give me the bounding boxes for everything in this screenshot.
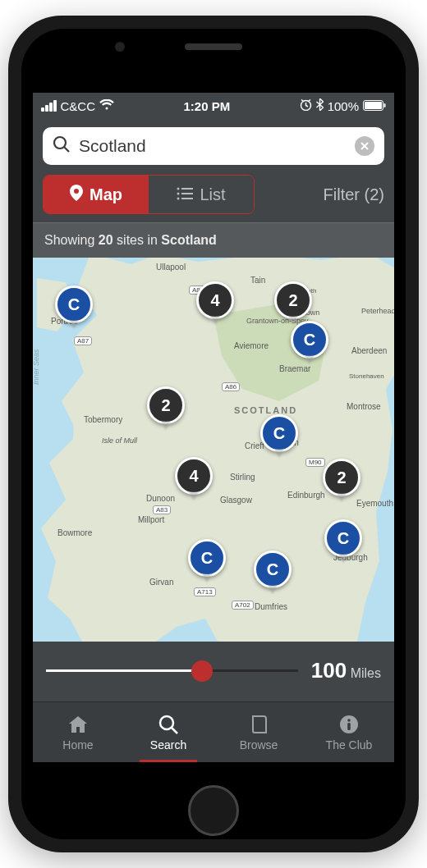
map-label-montrose: Montrose <box>347 402 381 411</box>
results-prefix: Showing <box>44 233 99 247</box>
map-label-crieff: Crieff <box>245 441 264 450</box>
road-a87: A87 <box>74 336 92 345</box>
road-a83: A83 <box>153 505 171 514</box>
slider-thumb[interactable] <box>191 660 213 682</box>
tab-list-label: List <box>200 185 225 204</box>
carrier-label: C&CC <box>61 99 96 113</box>
slider-fill <box>46 669 202 672</box>
map-label-bowmore: Bowmore <box>57 528 92 537</box>
search-bar-wrap <box>33 119 394 171</box>
svg-point-9 <box>177 197 180 199</box>
svg-point-11 <box>160 716 173 729</box>
map-pin-3[interactable]: 2 <box>274 281 312 319</box>
nav-home[interactable]: Home <box>33 702 123 762</box>
map-view[interactable]: SCOTLAND Ullapool Tain Portree Grantown-… <box>33 258 394 642</box>
map-label-glasgow: Glasgow <box>220 496 252 505</box>
view-tabs-row: Map List Filter (2) <box>33 171 394 222</box>
bottom-nav: Home Search Browse The Club <box>33 701 394 762</box>
svg-rect-10 <box>181 198 193 199</box>
map-pin-4[interactable]: C <box>291 321 328 359</box>
map-label-inner-seas: Inner Seas <box>33 349 40 385</box>
map-label-eyemouth: Eyemouth <box>356 499 393 508</box>
bluetooth-icon <box>316 98 324 113</box>
road-m90: M90 <box>305 458 325 467</box>
tab-list[interactable]: List <box>149 176 254 213</box>
radius-value: 100 <box>311 658 347 683</box>
svg-rect-6 <box>181 188 193 190</box>
home-icon <box>67 714 89 735</box>
tab-map[interactable]: Map <box>44 176 149 213</box>
map-label-dumfries: Dumfries <box>255 602 287 611</box>
list-icon <box>177 185 193 204</box>
map-label-edinburgh: Edinburgh <box>287 491 325 500</box>
alarm-icon <box>300 99 312 113</box>
radius-slider-row: 100 Miles <box>33 642 394 700</box>
map-pin-5[interactable]: 2 <box>147 386 185 424</box>
status-left: C&CC <box>41 99 114 113</box>
nav-club[interactable]: The Club <box>304 702 394 762</box>
map-pin-1[interactable]: C <box>55 286 93 323</box>
map-pin-10[interactable]: C <box>188 539 226 577</box>
nav-search[interactable]: Search <box>123 702 214 762</box>
svg-point-14 <box>347 719 351 722</box>
search-input[interactable] <box>79 136 347 156</box>
map-pin-11[interactable]: C <box>254 550 292 588</box>
map-label-millport: Millport <box>138 515 164 524</box>
phone-speaker <box>185 43 242 50</box>
clear-search-button[interactable] <box>355 136 374 156</box>
phone-frame: C&CC 1:20 PM 100% <box>8 16 419 852</box>
nav-browse-label: Browse <box>240 738 278 752</box>
map-label-tain: Tain <box>250 276 265 285</box>
search-icon <box>53 135 71 157</box>
signal-icon <box>41 100 57 112</box>
radius-unit: Miles <box>351 666 381 680</box>
road-a86: A86 <box>222 382 240 391</box>
map-label-scotland: SCOTLAND <box>234 405 297 415</box>
radius-slider[interactable] <box>46 669 298 672</box>
results-summary: Showing 20 sites in Scotland <box>33 222 394 258</box>
svg-rect-1 <box>365 102 382 109</box>
radius-value-wrap: 100 Miles <box>311 658 381 683</box>
book-icon <box>248 714 269 735</box>
svg-rect-8 <box>181 193 193 194</box>
app-screen: C&CC 1:20 PM 100% <box>33 93 394 762</box>
wifi-icon <box>99 99 114 113</box>
svg-rect-2 <box>384 103 386 107</box>
svg-line-12 <box>172 728 177 733</box>
map-label-girvan: Girvan <box>149 578 173 587</box>
nav-club-label: The Club <box>326 738 373 752</box>
map-pin-8[interactable]: 2 <box>323 459 360 496</box>
road-a713: A713 <box>194 587 216 596</box>
svg-rect-15 <box>347 723 351 730</box>
map-pin-6[interactable]: 4 <box>175 457 213 495</box>
map-pin-2[interactable]: 4 <box>196 281 234 319</box>
map-pin-icon <box>70 185 83 205</box>
map-label-ullapool: Ullapool <box>156 263 186 272</box>
search-icon <box>158 714 179 735</box>
map-label-stirling: Stirling <box>230 473 255 482</box>
map-label-tobermory: Tobermory <box>84 415 122 424</box>
results-region: Scotland <box>161 233 217 247</box>
info-icon <box>338 714 360 735</box>
map-pin-7[interactable]: C <box>260 414 298 452</box>
road-a702: A702 <box>232 601 254 610</box>
status-right: 100% <box>300 98 386 113</box>
tab-map-label: Map <box>90 185 122 204</box>
map-label-braemar: Braemar <box>279 364 310 373</box>
filter-button[interactable]: Filter (2) <box>324 185 384 204</box>
status-bar: C&CC 1:20 PM 100% <box>33 93 394 119</box>
map-pin-9[interactable]: C <box>324 519 362 557</box>
map-label-stonehaven: Stonehaven <box>349 372 384 380</box>
phone-camera <box>115 42 125 52</box>
clock: 1:20 PM <box>183 99 230 113</box>
nav-home-label: Home <box>62 738 93 752</box>
phone-inner: C&CC 1:20 PM 100% <box>21 29 406 839</box>
nav-browse[interactable]: Browse <box>214 702 304 762</box>
svg-point-3 <box>54 137 66 148</box>
search-bar[interactable] <box>43 127 384 165</box>
svg-line-4 <box>65 148 70 153</box>
svg-point-7 <box>177 192 180 194</box>
map-label-peterhead: Peterhead <box>361 307 394 315</box>
map-label-dunoon: Dunoon <box>146 494 175 503</box>
home-button-physical[interactable] <box>188 785 239 836</box>
